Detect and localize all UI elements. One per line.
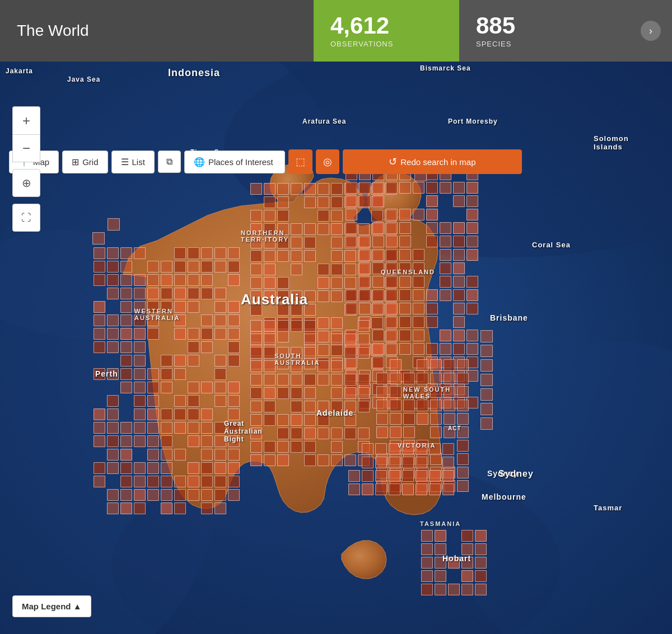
list-view-button[interactable]: ☰ List xyxy=(111,151,155,173)
redo-icon: ↺ xyxy=(389,156,397,168)
page-title: The World xyxy=(17,22,89,40)
observation-label: OBSERVATIONS xyxy=(330,40,393,48)
species-arrow-button[interactable]: › xyxy=(641,21,661,41)
stats-species: 885 SPECIES › xyxy=(459,0,672,62)
globe-icon: 🌐 xyxy=(194,157,205,167)
header-title-area: The World xyxy=(0,0,314,62)
select-circle-icon: ◎ xyxy=(323,156,332,168)
zoom-controls: + − ⊕ ⛶ xyxy=(12,106,40,232)
map-legend-button[interactable]: Map Legend ▲ xyxy=(12,595,91,617)
observation-count: 4,612 xyxy=(330,14,389,37)
select-box-icon: ⬚ xyxy=(296,156,305,168)
grid-icon: ⊞ xyxy=(72,157,79,167)
toolbar: 📍 Map ⊞ Grid ☰ List ⧉ 🌐 Places of Intere… xyxy=(0,143,672,181)
list-icon: ☰ xyxy=(121,157,129,167)
select-box-button[interactable]: ⬚ xyxy=(288,149,312,174)
species-label: SPECIES xyxy=(476,40,511,48)
fullscreen-icon: ⛶ xyxy=(21,212,31,224)
select-circle-button[interactable]: ◎ xyxy=(316,149,339,174)
map-legend-label: Map Legend ▲ xyxy=(22,602,82,611)
stats-observations: 4,612 OBSERVATIONS xyxy=(314,0,459,62)
layers-icon: ⧉ xyxy=(166,157,172,167)
locate-icon: ⊕ xyxy=(22,176,31,190)
fullscreen-button[interactable]: ⛶ xyxy=(12,204,40,232)
species-count: 885 xyxy=(476,14,515,37)
header: The World 4,612 OBSERVATIONS 885 SPECIES… xyxy=(0,0,672,62)
layers-button[interactable]: ⧉ xyxy=(158,151,181,173)
map-container[interactable]: Indonesia Jakarta Java Sea Timor Sea Ara… xyxy=(0,62,672,634)
grid-view-button[interactable]: ⊞ Grid xyxy=(62,151,108,173)
zoom-in-button[interactable]: + xyxy=(12,106,40,134)
zoom-out-button[interactable]: − xyxy=(12,134,40,162)
places-of-interest-button[interactable]: 🌐 Places of Interest xyxy=(184,151,285,173)
redo-search-button[interactable]: ↺ Redo search in map xyxy=(343,149,522,174)
locate-button[interactable]: ⊕ xyxy=(12,169,40,197)
